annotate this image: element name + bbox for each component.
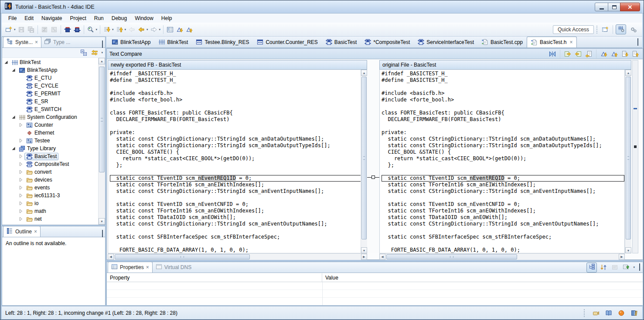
expand-expander-icon[interactable] — [19, 138, 24, 143]
editor-tab-testee-blinky-res[interactable]: Testee.Blinky_RES — [192, 37, 253, 47]
tab-system-explorer[interactable]: Syste... × — [3, 37, 41, 47]
deploy-console-icon[interactable] — [591, 308, 601, 318]
link-with-editor-button[interactable] — [90, 47, 99, 58]
view-menu-button[interactable]: ▾ — [633, 266, 635, 269]
expand-expander-icon[interactable] — [19, 162, 24, 167]
table-view-button[interactable] — [165, 24, 175, 35]
sidebar-item-e-cycle[interactable]: E_CYCLE — [2, 82, 98, 90]
view-maximize-button[interactable] — [639, 264, 640, 270]
chevron-down-icon[interactable]: ▾ — [125, 28, 126, 31]
next-annotation-button[interactable] — [102, 24, 112, 35]
view-menu-button[interactable]: ▾ — [101, 51, 103, 54]
new-adapter-type-button[interactable] — [72, 24, 82, 35]
next-change-button[interactable] — [620, 50, 630, 58]
tab-outline[interactable]: Outline × — [3, 226, 41, 237]
close-icon[interactable]: × — [35, 39, 38, 45]
chevron-down-icon[interactable]: ▾ — [159, 28, 161, 31]
column-property[interactable]: Property — [107, 273, 322, 282]
table-row[interactable] — [107, 290, 643, 298]
perspective-settings-icon[interactable] — [629, 24, 638, 35]
editor-tab-compositetest[interactable]: *CompositeTest — [361, 37, 414, 47]
save-button[interactable] — [17, 24, 26, 35]
window-maximize-button[interactable] — [608, 3, 620, 11]
next-difference-button[interactable] — [599, 50, 609, 58]
chevron-down-icon[interactable]: ▾ — [147, 28, 148, 31]
scroll-thumb[interactable] — [626, 77, 631, 239]
scroll-up-icon[interactable]: ▲ — [361, 70, 367, 76]
previous-problem-button[interactable] — [184, 24, 194, 35]
open-perspective-button[interactable] — [600, 24, 610, 35]
collapse-expander-icon[interactable] — [11, 68, 16, 73]
expand-expander-icon[interactable] — [19, 185, 24, 190]
system-perspective-button[interactable] — [616, 24, 626, 34]
restore-default-button[interactable] — [610, 262, 620, 273]
previous-difference-button[interactable] — [610, 50, 619, 58]
chevron-down-icon[interactable]: ▾ — [112, 28, 114, 31]
tab-type-navigator[interactable]: Type ... — [41, 37, 73, 47]
right-vertical-scrollbar[interactable]: ▲ ▼ — [625, 70, 631, 253]
scroll-down-icon[interactable]: ▼ — [361, 247, 367, 253]
collapse-expander-icon[interactable] — [11, 115, 16, 120]
forward-button[interactable] — [149, 24, 159, 35]
left-code-pane[interactable]: #ifndef _BASICTEST_H_#define _BASICTEST_… — [108, 70, 367, 253]
copy-current-change-button[interactable] — [584, 50, 593, 58]
sidebar-item-iec61131-3[interactable]: iec61131-3 — [2, 192, 98, 199]
sidebar-item-blinktest[interactable]: BlinkTest — [2, 58, 98, 66]
close-icon[interactable]: × — [569, 39, 572, 45]
new-fb-type-button[interactable] — [63, 24, 72, 35]
left-vertical-scrollbar[interactable]: ▲ ▼ — [361, 70, 367, 253]
quick-access-input[interactable]: Quick Access — [553, 25, 594, 34]
sidebar-item-compositetest[interactable]: CompositeTest — [2, 160, 98, 168]
show-tree-button[interactable] — [586, 263, 597, 273]
view-maximize-button[interactable] — [102, 41, 103, 47]
sidebar-item-blinktestapp[interactable]: BlinkTestApp — [2, 66, 98, 74]
editor-maximize-button[interactable] — [637, 39, 638, 45]
editor-tab-basictest-h[interactable]: BasicTest.h× — [527, 37, 577, 47]
column-value[interactable]: Value — [322, 275, 338, 281]
swap-panes-button[interactable] — [548, 50, 557, 58]
show-advanced-properties-button[interactable] — [599, 262, 608, 273]
copy-all-right-to-left-button[interactable] — [573, 50, 583, 58]
window-minimize-button[interactable] — [595, 3, 608, 11]
editor-tab-blinktestapp[interactable]: BlinkTestApp — [108, 37, 154, 47]
overview-change-marker[interactable] — [634, 108, 637, 109]
copy-all-left-to-right-button[interactable] — [563, 50, 572, 58]
close-icon[interactable]: × — [146, 264, 149, 270]
forte-runtime-icon[interactable] — [617, 308, 626, 318]
sidebar-item-e-permit[interactable]: E_PERMIT — [2, 90, 98, 98]
scroll-thumb[interactable] — [115, 254, 250, 259]
menu-window[interactable]: Window — [131, 14, 157, 22]
pin-view-button[interactable] — [621, 262, 631, 273]
previous-annotation-button[interactable] — [115, 24, 124, 35]
menu-project[interactable]: Project — [66, 14, 90, 22]
sidebar-item-testee[interactable]: Testee — [2, 137, 98, 145]
menu-debug[interactable]: Debug — [108, 14, 131, 22]
menu-navigate[interactable]: Navigate — [37, 14, 66, 22]
expand-expander-icon[interactable] — [19, 217, 24, 222]
horizontal-sash[interactable] — [106, 260, 642, 262]
scroll-thumb[interactable] — [386, 254, 517, 259]
sidebar-item-devices[interactable]: devices — [2, 176, 98, 184]
sidebar-item-math[interactable]: math — [2, 207, 98, 215]
sidebar-item-e-switch[interactable]: E_SWITCH — [2, 105, 98, 113]
editor-tab-counter-counter-res[interactable]: Counter.Counter_RES — [253, 37, 321, 47]
sidebar-item-convert[interactable]: convert — [2, 168, 98, 176]
sidebar-item-e-sr[interactable]: E_SR — [2, 98, 98, 105]
last-edit-location-button[interactable] — [127, 24, 136, 35]
zoom-button[interactable] — [86, 24, 95, 35]
scroll-left-icon[interactable]: ◀ — [379, 254, 385, 260]
editor-tab-basictest-cpp[interactable]: BasicTest.cpp — [478, 37, 527, 47]
right-horizontal-scrollbar[interactable]: ◀ ▶ — [379, 253, 625, 260]
scroll-up-icon[interactable]: ▲ — [99, 58, 105, 64]
view-maximize-button[interactable] — [102, 231, 103, 237]
overview-ruler[interactable] — [632, 60, 638, 253]
deploy-system-button[interactable] — [40, 24, 49, 35]
chevron-down-icon[interactable]: ▾ — [14, 28, 16, 31]
scroll-thumb[interactable] — [361, 77, 367, 239]
expand-expander-icon[interactable] — [19, 209, 24, 214]
window-close-button[interactable]: ✕ — [620, 3, 640, 11]
save-all-button[interactable] — [26, 24, 36, 35]
editor-tab-blinktest[interactable]: BlinkTest — [154, 37, 192, 47]
menu-help[interactable]: Help — [157, 14, 176, 22]
editor-tab-serviceinterfacetest[interactable]: ServiceInterfaceTest — [414, 37, 478, 47]
